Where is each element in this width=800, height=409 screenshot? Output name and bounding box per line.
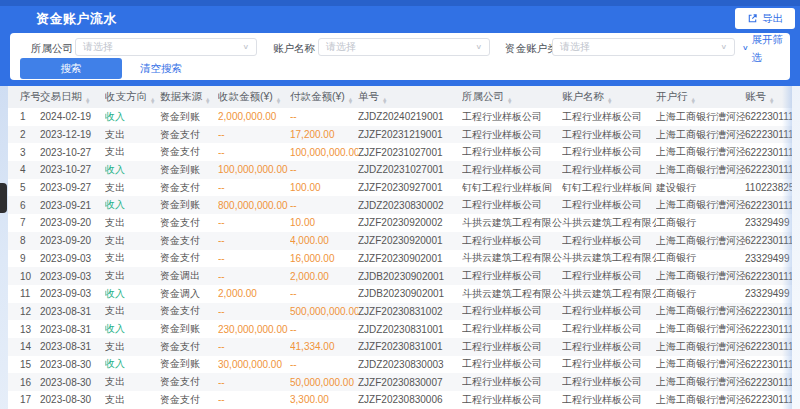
column-header: 序号 (8, 86, 40, 108)
sort-icon[interactable]: ▲▼ (348, 98, 353, 105)
column-header[interactable]: 所属公司▲▼ (462, 86, 562, 108)
cell-direction: 收入 (105, 285, 160, 303)
sort-icon[interactable]: ▲▼ (607, 98, 612, 105)
cell-company: 工程行业样板公司 (462, 338, 562, 356)
cell-income: -- (218, 232, 290, 250)
sort-icon[interactable]: ▲▼ (85, 98, 90, 105)
cell-date: 2023-08-31 (40, 303, 105, 321)
account-type-select[interactable]: 请选择 ∨ (552, 38, 735, 56)
cell-source: 资金支付 (160, 391, 218, 409)
column-header[interactable]: 交易日期▲▼ (40, 86, 105, 108)
company-filter-label: 所属公司 (31, 39, 73, 57)
cell-account_name: 斗拱云建筑工程有限公司 (562, 250, 656, 268)
table-row: 12024-02-19收入资金到账2,000,000.00--ZJDZ20240… (8, 108, 792, 126)
cell-income: -- (218, 391, 290, 409)
column-header[interactable]: 账号▲▼ (745, 86, 792, 108)
column-header[interactable]: 开户行▲▼ (656, 86, 745, 108)
cell-account_name: 工程行业样板公司 (562, 108, 656, 126)
cell-payment: 10.00 (290, 214, 358, 232)
cell-bank: 工商银行 (656, 285, 745, 303)
cell-account_no: 622230111 (745, 338, 792, 356)
cell-seq: 10 (8, 267, 40, 285)
cell-account_no: 622230111 (745, 303, 792, 321)
cell-order_no: ZJDZ20230830002 (358, 196, 462, 214)
cell-bank: 上海工商银行漕河泾支行 (656, 373, 745, 391)
cell-payment: 41,334.00 (290, 338, 358, 356)
cell-company: 工程行业样板公司 (462, 303, 562, 321)
cell-bank: 上海工商银行漕河泾支行 (656, 338, 745, 356)
expand-filters-link[interactable]: ∨ 展开筛选 (742, 39, 790, 57)
cell-company: 钉钉工程行业样板间 (462, 179, 562, 197)
account-name-select[interactable]: 请选择 ∨ (318, 38, 490, 56)
cell-date: 2023-12-19 (40, 126, 105, 144)
cell-date: 2023-09-20 (40, 232, 105, 250)
account-name-placeholder: 请选择 (326, 40, 356, 54)
cell-payment: 100.00 (290, 179, 358, 197)
cell-bank: 上海工商银行漕河泾支行 (656, 356, 745, 374)
clear-search-button[interactable]: 清空搜索 (140, 58, 182, 79)
cell-order_no: ZJZF20230830007 (358, 373, 462, 391)
sort-icon[interactable]: ▲▼ (205, 98, 210, 105)
cell-account_no: 622230111 (745, 108, 792, 126)
cell-payment: -- (290, 108, 358, 126)
cell-seq: 14 (8, 338, 40, 356)
cell-company: 工程行业样板公司 (462, 108, 562, 126)
column-header[interactable]: 收款金额(¥)▲▼ (218, 86, 290, 108)
export-button[interactable]: 导出 (735, 8, 795, 29)
sort-icon[interactable]: ▲▼ (769, 98, 774, 105)
cell-bank: 建设银行 (656, 179, 745, 197)
cell-account_name: 工程行业样板公司 (562, 232, 656, 250)
cell-account_name: 工程行业样板公司 (562, 320, 656, 338)
cell-direction: 支出 (105, 126, 160, 144)
company-select[interactable]: 请选择 ∨ (75, 38, 257, 56)
cell-income: 30,000,000.00 (218, 356, 290, 374)
chevron-down-icon: ∨ (242, 44, 249, 51)
sort-icon[interactable]: ▲▼ (691, 98, 696, 105)
export-button-label: 导出 (762, 12, 783, 26)
sort-icon[interactable]: ▲▼ (276, 98, 281, 105)
cell-direction: 收入 (105, 356, 160, 374)
transactions-table: 序号交易日期▲▼收支方向▲▼数据来源▲▼收款金额(¥)▲▼付款金额(¥)▲▼单号… (8, 86, 792, 409)
column-header[interactable]: 账户名称▲▼ (562, 86, 656, 108)
cell-payment: 4,000.00 (290, 232, 358, 250)
cell-source: 资金到账 (160, 108, 218, 126)
cell-account_name: 钉钉工程行业样板间 (562, 179, 656, 197)
sort-icon[interactable]: ▲▼ (382, 98, 387, 105)
cell-income: 2,000.00 (218, 285, 290, 303)
cell-date: 2023-09-27 (40, 179, 105, 197)
cell-payment: -- (290, 161, 358, 179)
cell-date: 2023-08-30 (40, 373, 105, 391)
cell-date: 2023-08-30 (40, 356, 105, 374)
cell-payment: 17,200.00 (290, 126, 358, 144)
cell-payment: 2,000.00 (290, 267, 358, 285)
cell-account_name: 工程行业样板公司 (562, 391, 656, 409)
table-row: 52023-09-27支出资金支付--100.00ZJZF20230927001… (8, 179, 792, 197)
column-header[interactable]: 收支方向▲▼ (105, 86, 160, 108)
table-row: 42023-10-27收入资金到账100,000,000.00--ZJDZ202… (8, 161, 792, 179)
cell-date: 2023-08-31 (40, 320, 105, 338)
sort-icon[interactable]: ▲▼ (507, 98, 512, 105)
column-header[interactable]: 数据来源▲▼ (160, 86, 218, 108)
cell-income: -- (218, 250, 290, 268)
cell-account_name: 工程行业样板公司 (562, 267, 656, 285)
cell-payment: 16,000.00 (290, 250, 358, 268)
cell-order_no: ZJDB20230902001 (358, 267, 462, 285)
cell-company: 工程行业样板公司 (462, 196, 562, 214)
cell-payment: 50,000,000.00 (290, 373, 358, 391)
sort-icon[interactable]: ▲▼ (150, 98, 155, 105)
cell-order_no: ZJZF20230831002 (358, 303, 462, 321)
column-header[interactable]: 付款金额(¥)▲▼ (290, 86, 358, 108)
cell-seq: 5 (8, 179, 40, 197)
cell-account_name: 工程行业样板公司 (562, 143, 656, 161)
cell-direction: 支出 (105, 303, 160, 321)
cell-bank: 工商银行 (656, 214, 745, 232)
cell-source: 资金支付 (160, 143, 218, 161)
cell-order_no: ZJDZ20230830003 (358, 356, 462, 374)
column-header[interactable]: 单号▲▼ (358, 86, 462, 108)
cell-account_name: 工程行业样板公司 (562, 161, 656, 179)
cell-payment: 100,000,000.00 (290, 143, 358, 161)
cell-order_no: ZJZF20230920001 (358, 232, 462, 250)
search-button[interactable]: 搜索 (20, 58, 122, 79)
collapsed-side-widget-handle[interactable] (0, 183, 7, 213)
cell-source: 资金支付 (160, 250, 218, 268)
